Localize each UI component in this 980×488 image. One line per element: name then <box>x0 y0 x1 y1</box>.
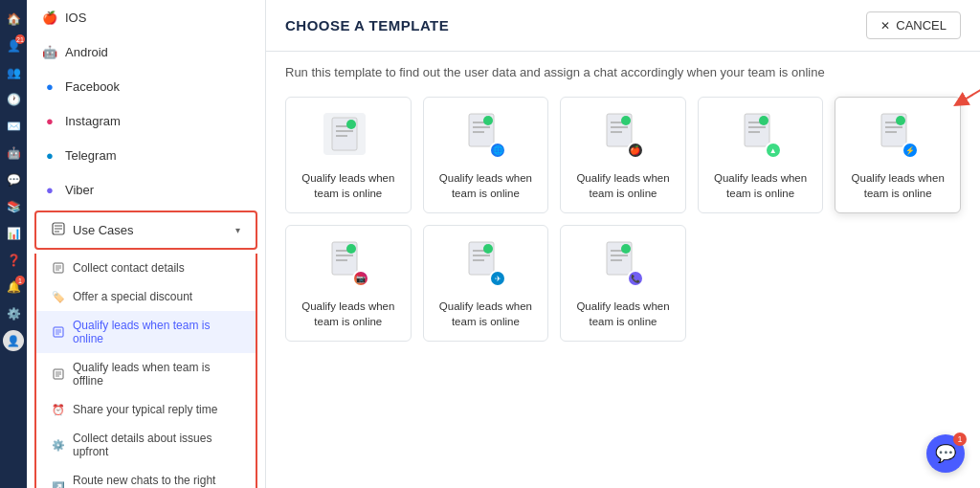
nav-icon-home[interactable]: 🏠 <box>2 8 25 31</box>
card-icon-qualify-globe: 🌐 <box>460 113 510 163</box>
description-text: Run this template to find out the user d… <box>266 52 980 87</box>
nav-bar: 🏠 👤 21 👥 🕐 ✉️ 🤖 💬 📚 📊 ❓ 🔔 1 ⚙️ 👤 <box>0 0 27 488</box>
sidebar-item-telegram-label: Telegram <box>65 148 116 163</box>
nav-icon-send[interactable]: ✉️ <box>2 115 25 138</box>
submenu-discount-label: Offer a special discount <box>73 290 192 303</box>
use-cases-icon <box>52 222 65 238</box>
card-icon-qualify-messenger: ⚡ <box>873 113 923 163</box>
template-card-qualify-web[interactable]: Qualify leads when team is online <box>285 97 412 213</box>
card-8-label: Qualify leads when team is online <box>570 299 676 329</box>
card-3-label: Qualify leads when team is online <box>570 170 676 201</box>
card-icon-qualify-web <box>323 113 373 163</box>
card-2-label: Qualify leads when team is online <box>434 170 539 201</box>
arrow-annotation <box>941 87 980 111</box>
notif-badge: 1 <box>15 276 25 285</box>
route-chats-icon: ↗️ <box>52 480 65 488</box>
page-title: CHOOSE A TEMPLATE <box>285 17 449 33</box>
nav-icon-bot[interactable]: 🤖 <box>2 142 25 165</box>
sidebar-item-telegram[interactable]: ● Telegram <box>27 138 265 172</box>
use-cases-left: Use Cases <box>52 222 134 238</box>
sidebar-item-instagram[interactable]: ● Instagram <box>27 103 265 138</box>
submenu-qualify-online-label: Qualify leads when team is online <box>73 319 240 345</box>
svg-point-30 <box>621 116 631 125</box>
nav-icon-analytics[interactable]: 📊 <box>2 222 25 245</box>
nav-icon-avatar[interactable]: 👤 <box>2 329 25 352</box>
sidebar-item-android-label: Android <box>65 45 108 59</box>
template-row-1: Qualify leads when team is online 🌐 <box>285 97 961 213</box>
collect-contact-icon <box>52 261 65 275</box>
svg-point-56 <box>621 244 631 254</box>
submenu-qualify-offline-label: Qualify leads when team is offline <box>73 361 240 388</box>
sidebar-item-instagram-label: Instagram <box>65 114 121 128</box>
card-icon-qualify-apple: 🍎 <box>598 113 648 163</box>
template-row-2: 📷 Qualify leads when team is online <box>285 225 961 342</box>
contacts-badge: 21 <box>15 34 25 44</box>
use-cases-category[interactable]: Use Cases ▾ <box>34 211 257 250</box>
nav-icon-clock[interactable]: 🕐 <box>2 88 25 111</box>
template-card-qualify-instagram[interactable]: 📷 Qualify leads when team is online <box>285 225 412 342</box>
submenu-item-qualify-online[interactable]: Qualify leads when team is online <box>36 311 256 353</box>
cancel-button[interactable]: ✕ CANCEL <box>866 11 961 39</box>
template-card-qualify-messenger[interactable]: ⚡ Qualify leads when team is online <box>835 97 961 213</box>
android-icon: 🤖 <box>42 44 57 59</box>
card-6-label: Qualify leads when team is online <box>296 299 401 329</box>
submenu-item-reply-time[interactable]: ⏰ Share your typical reply time <box>36 395 256 424</box>
instagram-icon: ● <box>42 113 57 128</box>
collect-issues-icon: ⚙️ <box>52 438 65 452</box>
nav-icon-help[interactable]: ❓ <box>2 249 25 272</box>
sidebar-item-facebook-label: Facebook <box>65 79 120 94</box>
svg-line-41 <box>960 87 980 102</box>
svg-point-40 <box>896 116 905 125</box>
svg-point-25 <box>483 116 493 125</box>
main-panel: CHOOSE A TEMPLATE ✕ CANCEL Run this temp… <box>266 0 980 488</box>
discount-icon: 🏷️ <box>52 290 65 303</box>
card-icon-qualify-telegram: ✈ <box>460 241 510 291</box>
sidebar: 🍎 IOS 🤖 Android ● Facebook ● Instagram ●… <box>27 0 266 488</box>
sidebar-item-viber[interactable]: ● Viber <box>27 172 265 207</box>
template-card-qualify-telegram[interactable]: ✈ Qualify leads when team is online <box>423 225 549 342</box>
cancel-x-icon: ✕ <box>880 19 890 33</box>
sidebar-item-viber-label: Viber <box>65 183 94 197</box>
sidebar-item-android[interactable]: 🤖 Android <box>27 34 265 69</box>
header: CHOOSE A TEMPLATE ✕ CANCEL <box>266 0 980 52</box>
submenu-collect-contact-label: Collect contact details <box>73 261 185 275</box>
card-4-label: Qualify leads when team is online <box>708 170 813 201</box>
nav-icon-book[interactable]: 📚 <box>2 195 25 218</box>
user-avatar: 👤 <box>3 330 24 351</box>
template-card-qualify-viber[interactable]: 📞 Qualify leads when team is online <box>560 225 686 342</box>
reply-time-icon: ⏰ <box>52 403 65 416</box>
svg-point-35 <box>759 116 768 125</box>
qualify-online-icon <box>52 325 65 339</box>
use-cases-label: Use Cases <box>73 223 134 237</box>
submenu-item-collect-contact[interactable]: Collect contact details <box>36 254 256 282</box>
card-icon-qualify-instagram: 📷 <box>323 241 373 291</box>
svg-point-46 <box>346 244 356 254</box>
card-5-label: Qualify leads when team is online <box>845 170 950 201</box>
sidebar-item-facebook[interactable]: ● Facebook <box>27 69 265 103</box>
template-card-qualify-android[interactable]: ▲ Qualify leads when team is online <box>698 97 824 213</box>
submenu-route-chats-label: Route new chats to the right team <box>73 474 240 488</box>
card-icon-qualify-viber: 📞 <box>598 241 648 291</box>
template-card-qualify-apple[interactable]: 🍎 Qualify leads when team is online <box>560 97 686 213</box>
template-card-qualify-globe[interactable]: 🌐 Qualify leads when team is online <box>423 97 549 213</box>
qualify-offline-icon <box>52 367 65 381</box>
cancel-label: CANCEL <box>896 18 947 33</box>
submenu-collect-issues-label: Collect details about issues upfront <box>73 432 240 458</box>
use-cases-submenu: Collect contact details 🏷️ Offer a speci… <box>34 254 257 488</box>
sidebar-item-ios[interactable]: 🍎 IOS <box>27 0 265 34</box>
viber-icon: ● <box>42 182 57 197</box>
svg-point-51 <box>483 244 493 254</box>
nav-icon-chat[interactable]: 💬 <box>2 168 25 191</box>
template-grid-container: Qualify leads when team is online 🌐 <box>266 87 980 488</box>
nav-icon-users[interactable]: 👥 <box>2 61 25 84</box>
nav-icon-notif[interactable]: 🔔 1 <box>2 276 25 299</box>
chat-fab-button[interactable]: 💬 1 <box>926 434 965 473</box>
submenu-item-route-chats[interactable]: ↗️ Route new chats to the right team <box>36 466 256 488</box>
card-7-label: Qualify leads when team is online <box>434 299 539 329</box>
nav-icon-contacts[interactable]: 👤 21 <box>2 34 25 57</box>
submenu-item-qualify-offline[interactable]: Qualify leads when team is offline <box>36 353 256 395</box>
doc-icon-1 <box>323 113 366 155</box>
submenu-item-collect-issues[interactable]: ⚙️ Collect details about issues upfront <box>36 424 256 466</box>
nav-icon-settings[interactable]: ⚙️ <box>2 302 25 325</box>
submenu-item-discount[interactable]: 🏷️ Offer a special discount <box>36 282 256 311</box>
